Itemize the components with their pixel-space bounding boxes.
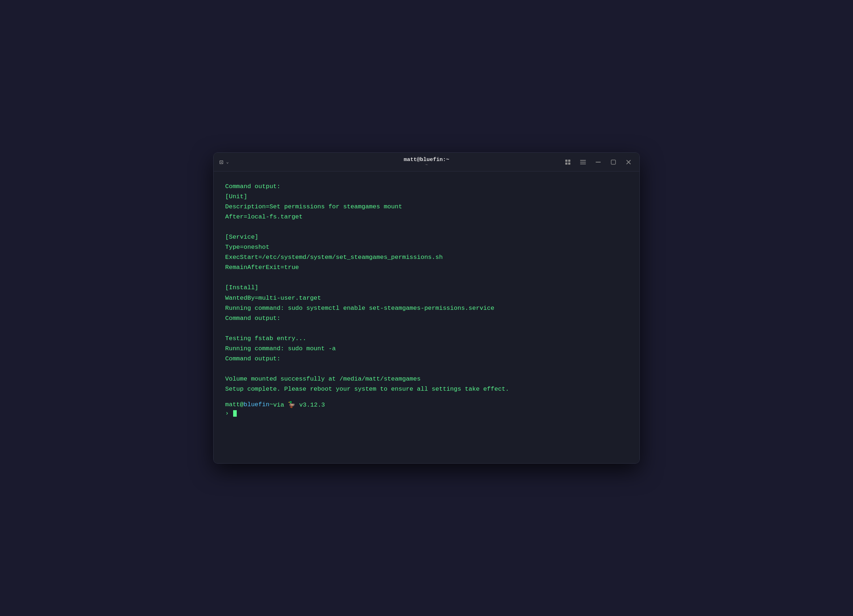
terminal-line: Type=oneshot: [225, 242, 628, 253]
terminal-line: ExecStart=/etc/systemd/system/set_steamg…: [225, 253, 628, 262]
svg-rect-0: [565, 160, 568, 162]
window-subtitle: ~: [404, 163, 449, 167]
prompt-at: @: [240, 401, 244, 408]
terminal-line: WantedBy=multi-user.target: [225, 293, 628, 303]
window-title: matt@bluefin:~: [404, 157, 449, 163]
minimize-icon[interactable]: [593, 157, 603, 167]
terminal-line: Running command: sudo systemctl enable s…: [225, 303, 628, 313]
cursor-block: [233, 410, 237, 417]
titlebar: ⊡ ⌄ matt@bluefin:~ ~: [214, 153, 639, 171]
prompt-host: bluefin: [244, 401, 269, 408]
dropdown-icon[interactable]: ⌄: [226, 159, 229, 165]
svg-rect-1: [568, 160, 570, 162]
svg-rect-5: [580, 162, 586, 162]
prompt-tilde: ~: [269, 401, 273, 408]
terminal-line: [Unit]: [225, 192, 628, 202]
menu-icon[interactable]: [578, 157, 588, 167]
terminal-blank: [225, 272, 628, 283]
prompt-cursor-line: ›: [225, 410, 628, 417]
svg-rect-8: [611, 160, 616, 164]
prompt-line-1: matt @ bluefin ~ via 🦆 v3.12.3: [225, 401, 628, 409]
prompt-user: matt: [225, 401, 240, 408]
terminal-line: [Install]: [225, 283, 628, 293]
terminal-line: After=local-fs.target: [225, 212, 628, 222]
prompt-via: via 🦆 v3.12.3: [273, 401, 325, 409]
grid-icon[interactable]: [563, 157, 573, 167]
svg-rect-7: [596, 162, 601, 162]
terminal-line: Setup complete. Please reboot your syste…: [225, 384, 628, 394]
terminal-line: RemainAfterExit=true: [225, 262, 628, 272]
terminal-window: ⊡ ⌄ matt@bluefin:~ ~: [213, 152, 640, 464]
prompt-wrapper: matt @ bluefin ~ via 🦆 v3.12.3 ›: [225, 401, 628, 417]
new-tab-icon[interactable]: ⊡: [219, 158, 223, 166]
terminal-blank: [225, 364, 628, 374]
terminal-line: Command output:: [225, 354, 628, 364]
maximize-icon[interactable]: [608, 157, 618, 167]
terminal-line: Command output:: [225, 313, 628, 324]
prompt-arrow: ›: [225, 410, 232, 417]
svg-rect-6: [580, 163, 586, 164]
terminal-line: Command output:: [225, 182, 628, 192]
titlebar-left: ⊡ ⌄: [219, 158, 229, 166]
terminal-blank: [225, 222, 628, 232]
close-icon[interactable]: [624, 157, 634, 167]
terminal-body[interactable]: Command output: [Unit] Description=Set p…: [214, 171, 639, 463]
terminal-line: Testing fstab entry...: [225, 334, 628, 344]
svg-rect-4: [580, 160, 586, 161]
titlebar-center: matt@bluefin:~ ~: [404, 157, 449, 167]
terminal-line: Volume mounted successfully at /media/ma…: [225, 374, 628, 384]
svg-rect-2: [565, 162, 568, 165]
svg-rect-3: [568, 162, 570, 165]
titlebar-right: [563, 157, 634, 167]
terminal-blank: [225, 324, 628, 334]
terminal-line: Running command: sudo mount -a: [225, 344, 628, 354]
terminal-line: [Service]: [225, 232, 628, 242]
terminal-line: Description=Set permissions for steamgam…: [225, 202, 628, 212]
